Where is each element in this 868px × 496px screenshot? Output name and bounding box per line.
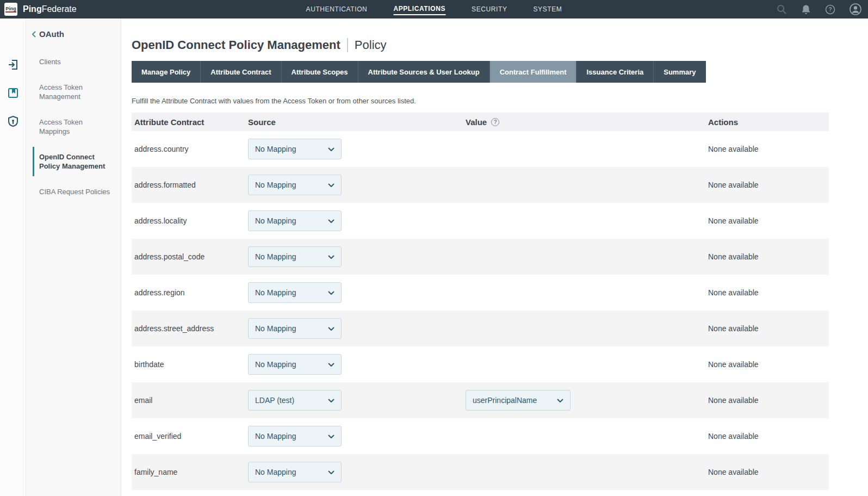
- chevron-down-icon: [328, 291, 334, 295]
- tab[interactable]: Attribute Scopes: [282, 61, 358, 83]
- search-icon[interactable]: [776, 4, 787, 15]
- source-dropdown[interactable]: No Mapping: [248, 246, 342, 267]
- table-row: birthdate No Mapping None available: [132, 346, 829, 382]
- svg-text:?: ?: [828, 7, 832, 13]
- sidebar-item[interactable]: Clients: [33, 52, 121, 72]
- actions-text: None available: [708, 360, 829, 369]
- sidebar-item[interactable]: Access Token Management: [33, 77, 121, 107]
- actions-text: None available: [708, 324, 829, 333]
- source-dropdown[interactable]: No Mapping: [248, 282, 342, 303]
- table-row: email LDAP (test) userPrincipalName None…: [132, 382, 829, 418]
- table-row: email_verified No Mapping None available: [132, 418, 829, 454]
- top-nav: AUTHENTICATIONAPPLICATIONSSECURITYSYSTEM: [306, 0, 562, 18]
- tab[interactable]: Attribute Contract: [201, 61, 281, 83]
- source-dropdown[interactable]: LDAP (test): [248, 390, 342, 411]
- table-row: address.locality No Mapping None availab…: [132, 203, 829, 239]
- value-dropdown-label: userPrincipalName: [473, 396, 537, 405]
- brand-light: Federate: [42, 4, 77, 14]
- value-cell: userPrincipalName: [466, 390, 708, 411]
- source-dropdown[interactable]: No Mapping: [248, 139, 342, 159]
- actions-text: None available: [708, 216, 829, 225]
- source-dropdown-label: No Mapping: [255, 216, 296, 225]
- tab[interactable]: Issuance Criteria: [576, 61, 654, 83]
- actions-text: None available: [708, 432, 829, 441]
- table-row: address.country No Mapping None availabl…: [132, 131, 829, 167]
- attribute-name: birthdate: [132, 360, 248, 369]
- fulfillment-table: Attribute Contract Source Value ? Action…: [132, 113, 829, 490]
- bell-icon[interactable]: [801, 4, 811, 15]
- title-divider: [347, 38, 348, 52]
- chevron-down-icon: [328, 147, 334, 151]
- attribute-name: address.postal_code: [132, 252, 248, 261]
- nav-security[interactable]: SECURITY: [472, 4, 507, 15]
- source-dropdown[interactable]: No Mapping: [248, 462, 342, 482]
- authentication-icon[interactable]: [7, 59, 19, 71]
- sidebar-item[interactable]: Access Token Mappings: [33, 112, 121, 141]
- chevron-down-icon: [328, 255, 334, 259]
- chevron-down-icon: [328, 470, 334, 474]
- nav-authentication[interactable]: AUTHENTICATION: [306, 4, 368, 15]
- sidebar-item[interactable]: OpenID Connect Policy Management: [33, 147, 121, 176]
- sidebar-nav: ClientsAccess Token ManagementAccess Tok…: [26, 52, 121, 202]
- header-value-label: Value: [466, 117, 487, 127]
- description: Fulfill the Attribute Contract with valu…: [132, 97, 868, 105]
- ping-logo-text: Ping: [5, 6, 16, 13]
- table-header-row: Attribute Contract Source Value ? Action…: [132, 113, 829, 131]
- attribute-name: address.street_address: [132, 324, 248, 333]
- table-row: address.street_address No Mapping None a…: [132, 311, 829, 346]
- nav-applications[interactable]: APPLICATIONS: [393, 3, 445, 15]
- header-attribute-contract: Attribute Contract: [132, 117, 248, 127]
- tab[interactable]: Contract Fulfillment: [490, 61, 577, 83]
- source-dropdown-label: No Mapping: [255, 252, 296, 261]
- attribute-name: email_verified: [132, 432, 248, 441]
- chevron-down-icon: [328, 435, 334, 438]
- source-dropdown[interactable]: No Mapping: [248, 175, 342, 195]
- source-dropdown-label: No Mapping: [255, 360, 296, 369]
- value-help-icon[interactable]: ?: [491, 118, 499, 126]
- chevron-left-icon: [32, 31, 36, 38]
- tab[interactable]: Manage Policy: [132, 61, 201, 83]
- chevron-down-icon: [328, 363, 334, 367]
- tab[interactable]: Attribute Sources & User Lookup: [358, 61, 490, 83]
- source-dropdown[interactable]: No Mapping: [248, 426, 342, 447]
- source-dropdown[interactable]: No Mapping: [248, 354, 342, 375]
- tab[interactable]: Summary: [654, 61, 705, 83]
- chevron-down-icon: [557, 399, 563, 402]
- page-title: OpenID Connect Policy Management: [132, 38, 340, 52]
- actions-text: None available: [708, 288, 829, 297]
- icon-rail: [0, 18, 26, 496]
- table-body: address.country No Mapping None availabl…: [132, 131, 829, 490]
- attribute-name: email: [132, 396, 248, 405]
- attribute-name: address.formatted: [132, 181, 248, 189]
- value-dropdown[interactable]: userPrincipalName: [466, 390, 571, 411]
- source-dropdown-label: No Mapping: [255, 468, 296, 476]
- table-row: address.postal_code No Mapping None avai…: [132, 239, 829, 275]
- source-dropdown[interactable]: No Mapping: [248, 210, 342, 231]
- page-subtitle: Policy: [355, 38, 387, 52]
- source-dropdown[interactable]: No Mapping: [248, 318, 342, 339]
- brand-bold: Ping: [23, 4, 42, 14]
- security-icon[interactable]: [7, 115, 19, 127]
- chevron-down-icon: [328, 219, 334, 223]
- attribute-name: family_name: [132, 468, 248, 476]
- header-source: Source: [248, 117, 466, 127]
- sidebar-back-link[interactable]: OAuth: [26, 29, 121, 39]
- nav-system[interactable]: SYSTEM: [534, 4, 562, 15]
- help-icon[interactable]: ?: [825, 4, 835, 15]
- tab-bar: Manage PolicyAttribute ContractAttribute…: [132, 61, 868, 83]
- sidebar-item[interactable]: CIBA Request Policies: [33, 182, 121, 202]
- attribute-name: address.locality: [132, 216, 248, 225]
- ping-logo: Ping: [4, 3, 17, 16]
- actions-text: None available: [708, 468, 829, 476]
- sidebar-back-label: OAuth: [39, 29, 64, 39]
- source-dropdown-label: No Mapping: [255, 181, 296, 189]
- attribute-name: address.country: [132, 145, 248, 153]
- user-avatar-icon[interactable]: [850, 3, 861, 15]
- applications-icon[interactable]: [7, 87, 19, 99]
- page-title-row: OpenID Connect Policy Management Policy: [132, 38, 868, 52]
- table-row: family_name No Mapping None available: [132, 454, 829, 490]
- source-dropdown-label: No Mapping: [255, 288, 296, 297]
- actions-text: None available: [708, 181, 829, 189]
- table-row: address.formatted No Mapping None availa…: [132, 167, 829, 203]
- topbar-icons: ?: [776, 3, 861, 15]
